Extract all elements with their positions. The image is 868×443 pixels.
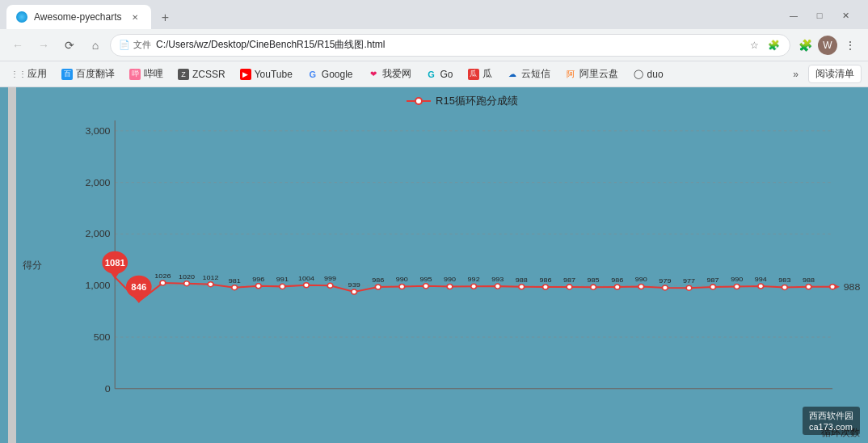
svg-text:987: 987: [707, 276, 719, 283]
close-icon: [842, 8, 849, 21]
svg-point-48: [447, 284, 453, 289]
svg-text:995: 995: [419, 275, 432, 282]
back-button[interactable]: ←: [6, 34, 29, 57]
extensions-icon[interactable]: 🧩: [765, 37, 782, 53]
svg-text:988: 988: [516, 276, 528, 283]
svg-point-28: [208, 282, 213, 287]
svg-text:990: 990: [396, 276, 408, 283]
svg-text:996: 996: [252, 275, 264, 282]
svg-text:981: 981: [229, 276, 241, 284]
svg-text:983: 983: [778, 276, 790, 284]
home-button[interactable]: ⌂: [84, 34, 107, 57]
reading-list-button[interactable]: 阅读清单: [808, 65, 862, 83]
svg-text:2,000: 2,000: [85, 177, 111, 187]
svg-text:993: 993: [491, 276, 504, 283]
bookmark-gua[interactable]: 瓜 瓜: [461, 65, 499, 83]
right-nav-icons: 🧩 W ⋮: [794, 34, 862, 57]
extensions-button[interactable]: 🧩: [794, 34, 816, 57]
bookmarks-bar: ⋮⋮ 应用 百 百度翻译 哔 哔哩 Z ZCSSR ▶ YouTube G Go…: [0, 61, 868, 87]
bookmark-apps[interactable]: ⋮⋮ 应用: [6, 65, 53, 83]
svg-point-62: [614, 285, 620, 289]
zcssr-icon: Z: [178, 69, 189, 80]
svg-text:988.7: 988.7: [844, 281, 860, 291]
bookmark-52iweb[interactable]: ❤ 我爱网: [361, 65, 418, 83]
svg-point-64: [638, 284, 644, 289]
profile-avatar[interactable]: W: [818, 36, 837, 55]
bookmark-alibaba[interactable]: 阿 阿里云盘: [558, 65, 625, 83]
svg-text:987: 987: [563, 276, 575, 283]
svg-point-76: [782, 285, 787, 289]
svg-point-58: [567, 285, 572, 289]
svg-point-70: [710, 285, 716, 289]
svg-text:992: 992: [468, 276, 480, 283]
url-text: C:/Users/wz/Desktop/CineBenchR15/R15曲线图.…: [156, 38, 741, 52]
bookmark-zcssr[interactable]: Z ZCSSR: [171, 66, 232, 82]
maximize-button[interactable]: [810, 5, 829, 24]
security-indicator: 📄 文件: [119, 39, 151, 51]
forward-button[interactable]: →: [32, 34, 55, 57]
svg-point-38: [327, 283, 333, 288]
youtube-icon: ▶: [240, 69, 251, 80]
svg-point-1: [415, 98, 422, 104]
bookmark-google[interactable]: G Google: [301, 66, 360, 82]
bookmark-youtube-label: YouTube: [255, 69, 293, 80]
bookmark-go-label: Go: [440, 69, 453, 80]
close-button[interactable]: [836, 5, 855, 24]
minimize-icon: [790, 8, 798, 21]
baidu-icon: 百: [61, 69, 73, 80]
reload-button[interactable]: ⟳: [58, 34, 81, 57]
svg-text:985: 985: [588, 276, 600, 284]
bookmark-duo[interactable]: ◯ duo: [626, 66, 670, 82]
tab-close-button[interactable]: ✕: [129, 11, 141, 23]
bookmark-52iweb-label: 我爱网: [382, 67, 411, 81]
svg-text:994: 994: [755, 275, 767, 282]
chart-svg: 05001,0002,0002,0003,000988.710818461026…: [65, 112, 860, 413]
bibi-icon: 哔: [129, 69, 141, 80]
svg-text:986: 986: [539, 276, 551, 283]
more-bookmarks-button[interactable]: »: [788, 66, 803, 82]
svg-text:846: 846: [131, 282, 146, 291]
svg-text:990: 990: [731, 276, 743, 283]
svg-text:1020: 1020: [179, 272, 195, 280]
yunduanxin-icon: ☁: [507, 69, 518, 80]
bookmark-alibaba-label: 阿里云盘: [579, 67, 618, 81]
protocol-label: 文件: [133, 39, 151, 51]
bookmark-go[interactable]: G Go: [419, 66, 460, 82]
address-bar[interactable]: 📄 文件 C:/Users/wz/Desktop/CineBenchR15/R1…: [110, 34, 790, 57]
minimize-button[interactable]: [784, 5, 803, 24]
active-tab[interactable]: Awesome-pyecharts ✕: [6, 5, 151, 29]
bookmark-bibi[interactable]: 哔 哔哩: [123, 65, 170, 83]
bookmark-yunduanxin[interactable]: ☁ 云短信: [500, 65, 557, 83]
page-content: R15循环跑分成绩 得分 05001,0002,0002,0003,000988…: [0, 87, 868, 443]
svg-point-50: [471, 284, 477, 289]
tab-container: Awesome-pyecharts ✕ +: [6, 0, 177, 29]
go-icon: G: [426, 69, 437, 80]
menu-button[interactable]: ⋮: [839, 34, 862, 57]
apps-icon: ⋮⋮: [13, 69, 24, 80]
svg-text:0: 0: [105, 384, 111, 394]
svg-text:3,000: 3,000: [85, 126, 111, 136]
svg-text:2,000: 2,000: [85, 229, 111, 238]
svg-text:1026: 1026: [154, 272, 171, 279]
svg-point-72: [734, 284, 739, 289]
svg-point-66: [663, 285, 668, 290]
bookmark-zcssr-label: ZCSSR: [192, 69, 225, 80]
bookmark-youtube[interactable]: ▶ YouTube: [234, 66, 299, 82]
52iweb-icon: ❤: [368, 69, 379, 80]
bookmark-bibi-label: 哔哩: [144, 67, 163, 81]
svg-text:939: 939: [348, 281, 360, 288]
github-icon: ◯: [633, 69, 644, 80]
new-tab-button[interactable]: +: [154, 6, 177, 29]
bookmark-baidu[interactable]: 百 百度翻译: [55, 65, 121, 83]
chart-container: R15循环跑分成绩 得分 05001,0002,0002,0003,000988…: [8, 87, 868, 443]
bookmark-yunduanxin-label: 云短信: [521, 67, 550, 81]
svg-text:999: 999: [324, 275, 336, 282]
svg-marker-19: [111, 272, 120, 279]
svg-text:990: 990: [635, 276, 647, 283]
svg-point-30: [232, 285, 238, 290]
alibaba-icon: 阿: [565, 69, 576, 80]
svg-point-40: [352, 289, 357, 294]
bookmark-baidu-label: 百度翻译: [76, 67, 115, 81]
svg-point-52: [495, 284, 500, 289]
bookmark-star-icon[interactable]: ☆: [746, 37, 762, 53]
